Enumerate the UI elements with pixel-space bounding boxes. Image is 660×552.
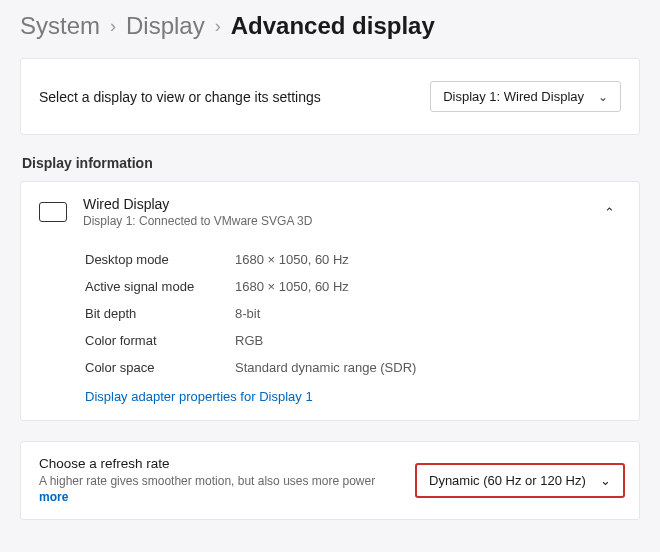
adapter-properties-link[interactable]: Display adapter properties for Display 1 — [85, 381, 621, 406]
refresh-rate-card: Choose a refresh rate A higher rate give… — [20, 441, 640, 520]
learn-more-link[interactable]: more — [39, 490, 68, 504]
chevron-right-icon: › — [110, 16, 116, 37]
refresh-rate-value: Dynamic (60 Hz or 120 Hz) — [429, 473, 586, 488]
display-selector-dropdown[interactable]: Display 1: Wired Display ⌄ — [430, 81, 621, 112]
refresh-rate-desc: A higher rate gives smoother motion, but… — [39, 473, 407, 505]
prop-value: Standard dynamic range (SDR) — [235, 360, 416, 375]
display-info-header[interactable]: Wired Display Display 1: Connected to VM… — [21, 182, 639, 242]
prop-row: Desktop mode 1680 × 1050, 60 Hz — [85, 246, 621, 273]
prop-label: Bit depth — [85, 306, 235, 321]
display-subtitle: Display 1: Connected to VMware SVGA 3D — [83, 214, 582, 228]
prop-label: Color format — [85, 333, 235, 348]
prop-row: Bit depth 8-bit — [85, 300, 621, 327]
display-selector-value: Display 1: Wired Display — [443, 89, 584, 104]
select-display-card: Select a display to view or change its s… — [20, 58, 640, 135]
display-info-card: Wired Display Display 1: Connected to VM… — [20, 181, 640, 421]
prop-label: Desktop mode — [85, 252, 235, 267]
refresh-rate-title: Choose a refresh rate — [39, 456, 407, 471]
prop-row: Active signal mode 1680 × 1050, 60 Hz — [85, 273, 621, 300]
chevron-down-icon: ⌄ — [598, 90, 608, 104]
monitor-icon — [39, 202, 67, 222]
breadcrumb-system[interactable]: System — [20, 12, 100, 40]
breadcrumb-current: Advanced display — [231, 12, 435, 40]
display-properties: Desktop mode 1680 × 1050, 60 Hz Active s… — [21, 242, 639, 420]
prop-value: 1680 × 1050, 60 Hz — [235, 279, 349, 294]
chevron-up-icon: ⌃ — [598, 205, 621, 220]
display-info-heading: Display information — [22, 155, 640, 171]
chevron-down-icon: ⌄ — [600, 473, 611, 488]
prop-label: Color space — [85, 360, 235, 375]
display-name: Wired Display — [83, 196, 582, 212]
prop-value: RGB — [235, 333, 263, 348]
breadcrumb-display[interactable]: Display — [126, 12, 205, 40]
prop-label: Active signal mode — [85, 279, 235, 294]
prop-value: 8-bit — [235, 306, 260, 321]
prop-row: Color space Standard dynamic range (SDR) — [85, 354, 621, 381]
chevron-right-icon: › — [215, 16, 221, 37]
prop-value: 1680 × 1050, 60 Hz — [235, 252, 349, 267]
breadcrumb: System › Display › Advanced display — [20, 12, 640, 40]
select-display-prompt: Select a display to view or change its s… — [39, 89, 321, 105]
prop-row: Color format RGB — [85, 327, 621, 354]
refresh-rate-dropdown[interactable]: Dynamic (60 Hz or 120 Hz) ⌄ — [415, 463, 625, 498]
